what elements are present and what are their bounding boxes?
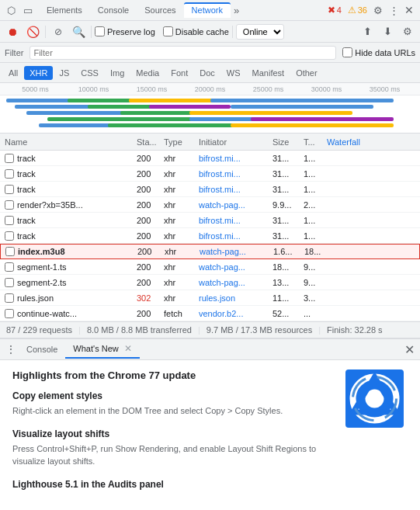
whats-new-tab-close[interactable]: ✕ [124,343,132,354]
table-row[interactable]: track 200 xhr bifrost.mi... 31... 1... [0,213,420,228]
row-checkbox[interactable] [5,247,15,256]
table-row[interactable]: track 200 xhr bifrost.mi... 31... 1... [0,228,420,244]
table-row[interactable]: index.m3u8 200 xhr watch-pag... 1.6... 1… [0,244,420,259]
hide-data-urls-text: Hide data URLs [355,48,415,57]
type-tab-ws[interactable]: WS [221,66,246,80]
row-time-cell: 2... [302,200,325,210]
header-type[interactable]: Type [162,137,197,147]
row-status-cell: 200 [135,154,162,163]
row-initiator-cell: bifrost.mi... [197,216,271,225]
row-type-cell: xhr [162,185,197,194]
preserve-log-label[interactable]: Preserve log [95,26,155,36]
row-status-cell: 302 [135,293,162,303]
more-options-icon[interactable]: ⋮ [386,2,401,18]
settings-icon[interactable]: ⚙ [370,2,386,18]
table-row[interactable]: segment-2.ts 200 xhr watch-pag... 13... … [0,275,420,290]
disable-cache-label[interactable]: Disable cache [163,26,229,36]
row-status-cell: 200 [135,200,162,210]
hide-data-urls-checkbox[interactable] [342,47,352,57]
whats-new-image [345,369,408,501]
update-section-layout-shifts: Visualize layout shifts Press Control+Sh… [12,428,336,468]
close-devtools-button[interactable]: ✕ [401,2,417,18]
preserve-log-checkbox[interactable] [95,26,105,36]
table-row[interactable]: track 200 xhr bifrost.mi... 31... 1... [0,166,420,182]
bottom-tab-whats-new[interactable]: What's New ✕ [65,340,139,359]
throttle-select[interactable]: Online [236,24,284,40]
table-row[interactable]: continue-watc... 200 fetch vendor.b2... … [0,306,420,321]
header-time[interactable]: T... [302,137,325,147]
type-tab-manifest[interactable]: Manifest [247,66,290,80]
tick-5000: 5000 ms [6,85,64,93]
table-row[interactable]: segment-1.ts 200 xhr watch-pag... 18... … [0,259,420,275]
bottom-panel: ⋮ Console What's New ✕ ✕ Highlights from… [0,338,420,510]
row-type-cell: xhr [162,154,197,163]
disable-cache-checkbox[interactable] [163,26,173,36]
table-row[interactable]: track 200 xhr bifrost.mi... 31... 1... [0,151,420,166]
row-checkbox[interactable] [5,200,14,210]
filter-input[interactable] [30,46,336,60]
import-har-icon[interactable]: ⬆ [358,23,377,41]
header-initiator[interactable]: Initiator [197,137,271,147]
inspect-icon[interactable]: ⬡ [3,2,19,18]
table-row[interactable]: track 200 xhr bifrost.mi... 31... 1... [0,182,420,197]
header-status[interactable]: Sta... [135,137,162,147]
bottom-panel-close-button[interactable]: ✕ [401,342,417,357]
row-type-cell: xhr [163,247,198,256]
tab-network[interactable]: Network [184,2,231,18]
type-tab-xhr[interactable]: XHR [24,66,53,80]
tab-console[interactable]: Console [90,2,137,18]
type-tab-media[interactable]: Media [130,66,165,80]
table-row[interactable]: render?xb=35B... 200 xhr watch-pag... 9.… [0,197,420,213]
row-time-cell: 9... [302,262,325,272]
bottom-panel-menu-icon[interactable]: ⋮ [3,342,19,357]
tab-sources[interactable]: Sources [137,2,183,18]
row-checkbox[interactable] [5,154,14,163]
table-row[interactable]: rules.json 302 xhr rules.json 11... 3... [0,290,420,306]
copy-styles-desc: Right-click an element in the DOM Tree a… [12,404,336,418]
row-initiator-cell: watch-pag... [198,247,272,256]
row-checkbox[interactable] [5,231,14,241]
row-checkbox[interactable] [5,278,14,287]
row-checkbox[interactable] [5,169,14,179]
record-button[interactable]: ⏺ [3,23,22,41]
row-type-cell: xhr [162,278,197,287]
type-tab-css[interactable]: CSS [75,66,104,80]
type-tab-doc[interactable]: Doc [194,66,220,80]
header-size[interactable]: Size [271,137,302,147]
row-checkbox[interactable] [5,309,14,318]
clear-button[interactable]: 🚫 [23,23,42,41]
row-checkbox[interactable] [5,185,14,194]
type-tab-img[interactable]: Img [105,66,130,80]
row-name-cell: segment-2.ts [3,278,135,287]
warning-count: 36 [358,5,367,15]
clear-cookies-icon[interactable]: ⚙ [398,23,417,41]
filter-icon-button[interactable]: ⊘ [49,23,68,41]
row-checkbox[interactable] [5,216,14,225]
tab-elements[interactable]: Elements [39,2,90,18]
row-checkbox[interactable] [5,293,14,303]
type-tab-all[interactable]: All [3,66,23,80]
bottom-tab-bar: ⋮ Console What's New ✕ ✕ [0,339,420,360]
hide-data-urls-label[interactable]: Hide data URLs [342,47,415,57]
export-har-icon[interactable]: ⬇ [378,23,397,41]
type-tab-font[interactable]: Font [165,66,193,80]
search-button[interactable]: 🔍 [69,23,88,41]
bottom-tab-console[interactable]: Console [19,342,65,357]
hide-data-urls-checkbox-group: Hide data URLs [342,47,415,57]
row-type-cell: xhr [162,231,197,241]
device-icon[interactable]: ▭ [20,2,36,18]
row-name-cell: continue-watc... [3,309,135,318]
type-tab-other[interactable]: Other [290,66,323,80]
row-name-cell: track [3,169,135,179]
header-waterfall[interactable]: Waterfall [325,137,417,147]
row-checkbox[interactable] [5,262,14,272]
row-time-cell: 1... [302,154,325,163]
timeline-row-1 [6,98,414,103]
row-time-cell: 1... [302,231,325,241]
type-tab-js[interactable]: JS [54,66,75,80]
devtools-icons: ⬡ ▭ [3,2,36,18]
tick-15000: 15000 ms [123,85,181,93]
row-time-cell: 1... [302,185,325,194]
header-name[interactable]: Name [3,137,135,147]
more-tabs-icon[interactable]: » [231,5,242,16]
